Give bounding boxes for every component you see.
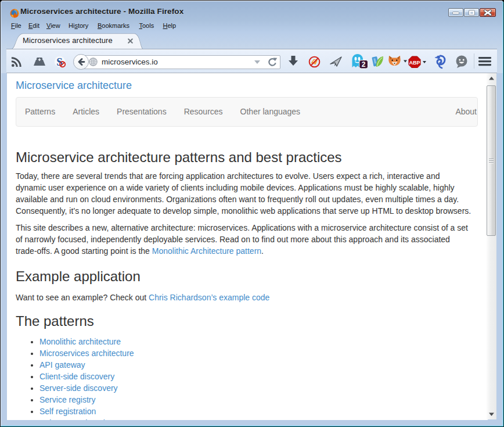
- url-dropdown-icon[interactable]: [250, 60, 265, 64]
- reload-icon[interactable]: [265, 58, 280, 67]
- url-text[interactable]: microservices.io: [102, 58, 250, 66]
- globe-icon: [89, 58, 98, 66]
- back-button[interactable]: [73, 54, 89, 70]
- browser-window: Microservices architecture - Mozilla Fir…: [0, 0, 504, 427]
- url-bar[interactable]: microservices.io: [81, 55, 280, 69]
